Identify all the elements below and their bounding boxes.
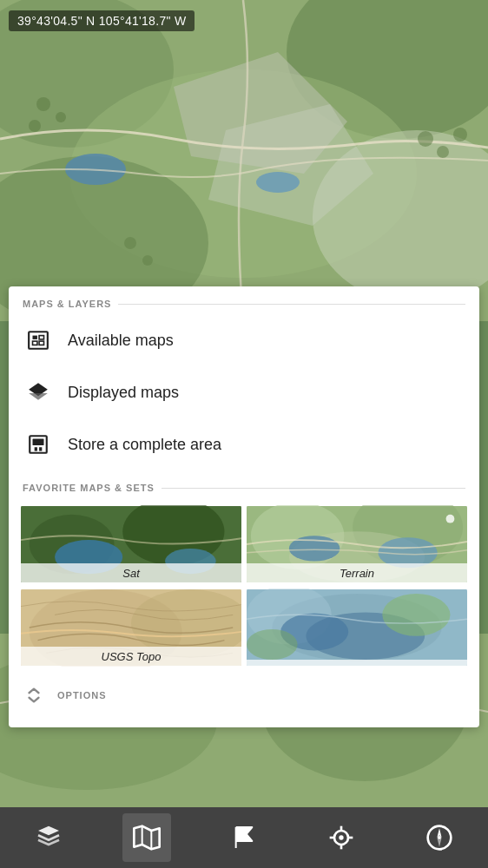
displayed-maps-icon	[26, 380, 50, 404]
svg-rect-22	[33, 336, 37, 339]
usgs-thumb-label: USGS Topo	[21, 647, 241, 667]
svg-point-67	[438, 836, 441, 839]
svg-point-16	[124, 237, 136, 249]
svg-rect-29	[33, 439, 44, 446]
svg-point-12	[29, 120, 41, 132]
maps-panel: MAPS & LAYERS Available maps Displayed m…	[9, 286, 479, 727]
svg-point-53	[247, 629, 298, 660]
map-background	[0, 0, 488, 321]
svg-rect-31	[39, 447, 42, 450]
terrain-thumb-label: Terrain	[247, 563, 467, 583]
chevron-updown-icon	[23, 684, 45, 707]
svg-marker-27	[29, 393, 48, 400]
svg-marker-54	[38, 826, 59, 836]
svg-rect-30	[35, 447, 37, 450]
usgs-map-thumb[interactable]: USGS Topo	[21, 589, 241, 667]
favorites-grid: Sat Terrain	[9, 498, 479, 675]
toolbar-compass-button[interactable]	[415, 813, 464, 862]
store-area-item[interactable]: Store a complete area	[9, 418, 479, 470]
maps-layers-label: MAPS & LAYERS	[23, 299, 111, 309]
svg-point-59	[340, 835, 344, 839]
displayed-maps-item[interactable]: Displayed maps	[9, 366, 479, 418]
toolbar-map-button[interactable]	[122, 813, 171, 862]
header-divider	[118, 304, 465, 305]
svg-point-15	[453, 128, 467, 141]
svg-marker-55	[134, 826, 159, 850]
favorite-maps-header: FAVORITE MAPS & SETS	[9, 470, 479, 498]
favorite-divider	[162, 488, 465, 489]
fourth-thumb-label	[247, 660, 467, 667]
available-maps-item[interactable]: Available maps	[9, 314, 479, 366]
displayed-maps-label: Displayed maps	[68, 384, 179, 402]
svg-rect-24	[33, 341, 37, 345]
svg-point-43	[446, 515, 455, 523]
toolbar-flag-button[interactable]	[220, 813, 268, 862]
svg-rect-25	[39, 341, 43, 345]
svg-rect-23	[39, 336, 43, 339]
store-area-label: Store a complete area	[68, 436, 221, 454]
available-maps-icon	[26, 328, 50, 352]
svg-point-11	[56, 112, 66, 122]
svg-point-13	[418, 131, 433, 147]
toolbar-layers-button[interactable]	[24, 813, 73, 862]
sat-thumb-label: Sat	[21, 563, 241, 583]
available-maps-label: Available maps	[68, 332, 174, 350]
svg-rect-21	[29, 332, 48, 349]
favorite-maps-label: FAVORITE MAPS & SETS	[23, 483, 155, 493]
toolbar-location-button[interactable]	[317, 813, 366, 862]
svg-point-52	[382, 594, 450, 636]
bottom-toolbar	[0, 807, 488, 868]
svg-point-14	[437, 146, 449, 158]
maps-layers-header: MAPS & LAYERS	[9, 286, 479, 314]
svg-point-17	[142, 255, 153, 266]
fourth-map-thumb[interactable]	[247, 589, 467, 667]
svg-point-10	[36, 97, 50, 111]
terrain-map-thumb[interactable]: Terrain	[247, 505, 467, 583]
svg-point-9	[256, 172, 300, 193]
coordinates-text: 39°43'04.5" N 105°41'18.7" W	[17, 14, 186, 28]
store-area-icon	[26, 432, 50, 457]
options-row[interactable]: OPTIONS	[9, 675, 479, 715]
sat-map-thumb[interactable]: Sat	[21, 505, 241, 583]
options-label: OPTIONS	[57, 690, 107, 700]
coordinates-display: 39°43'04.5" N 105°41'18.7" W	[9, 10, 195, 31]
